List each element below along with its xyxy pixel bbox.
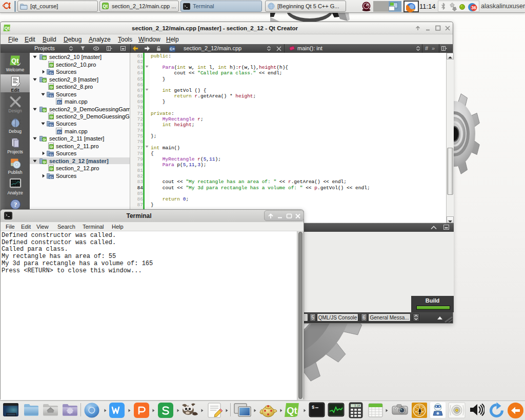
svg-text:Qt: Qt — [43, 79, 46, 82]
svg-text:C+: C+ — [49, 72, 53, 75]
svg-text:Qt: Qt — [5, 26, 10, 31]
svg-text:C+: C+ — [49, 175, 53, 178]
svg-text:36: 36 — [471, 5, 476, 10]
svg-text:Qt: Qt — [43, 56, 46, 59]
svg-text:C+: C+ — [57, 101, 61, 104]
svg-text:C+: C+ — [170, 47, 175, 51]
svg-text:Qt: Qt — [50, 145, 53, 148]
svg-text:C+: C+ — [49, 94, 53, 97]
svg-text:C+: C+ — [57, 130, 61, 133]
svg-text:Qt: Qt — [103, 4, 108, 9]
svg-text:Qt: Qt — [50, 64, 53, 67]
svg-text:Qt: Qt — [50, 167, 53, 170]
svg-text:?: ? — [13, 201, 17, 208]
svg-text:Qt: Qt — [43, 161, 46, 164]
svg-text:Qt: Qt — [50, 115, 53, 118]
svg-text:Qt: Qt — [50, 86, 53, 89]
svg-text:$: $ — [312, 405, 315, 410]
svg-text:C+: C+ — [49, 124, 53, 127]
svg-text:Qt: Qt — [11, 57, 19, 65]
svg-text:Qt: Qt — [287, 405, 297, 416]
svg-text:Qt: Qt — [43, 138, 46, 141]
svg-text:3.14: 3.14 — [354, 405, 360, 407]
svg-text:Qt: Qt — [43, 109, 46, 112]
svg-text:C+: C+ — [49, 153, 53, 156]
